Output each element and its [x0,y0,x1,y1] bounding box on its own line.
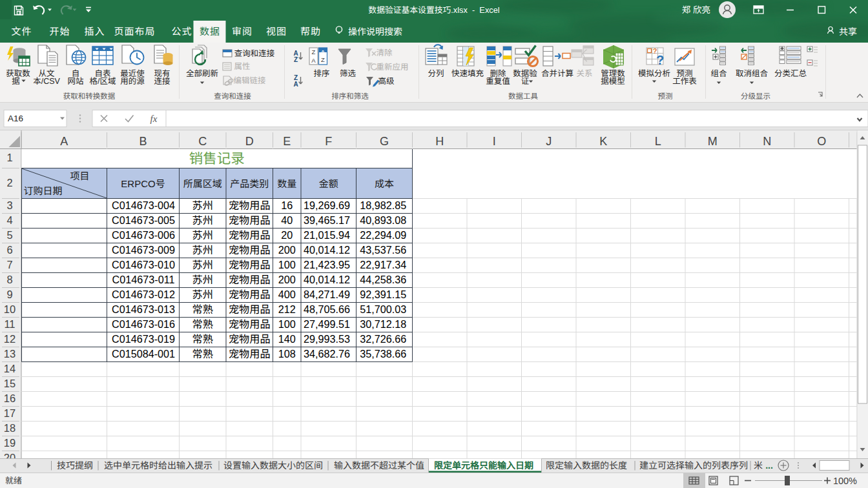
svg-text:组合: 组合 [710,69,727,78]
svg-text:数量: 数量 [277,178,296,189]
svg-text:就绪: 就绪 [5,476,22,485]
svg-text:米: 米 [754,460,763,471]
svg-text:苏州: 苏州 [192,244,213,256]
svg-text:视图: 视图 [266,26,287,37]
svg-text:分级显示: 分级显示 [741,92,770,100]
svg-text:30,712.18: 30,712.18 [360,318,406,330]
svg-text:查询和连接: 查询和连接 [214,92,251,100]
svg-text:20: 20 [281,229,293,241]
svg-text:6: 6 [6,244,12,256]
svg-text:编辑链接: 编辑链接 [233,76,266,85]
svg-text:17: 17 [4,407,16,419]
svg-text:分列: 分列 [428,69,444,78]
svg-text:据: 据 [12,77,20,86]
svg-text:13: 13 [4,348,16,360]
svg-text:关系: 关系 [576,69,592,78]
svg-text:C014673-011: C014673-011 [112,274,175,285]
svg-text:宠物用品: 宠物用品 [229,214,271,226]
svg-text:18: 18 [4,422,16,434]
svg-text:A: A [311,57,316,64]
svg-text:51,700.03: 51,700.03 [360,303,406,315]
svg-text:技巧提纲: 技巧提纲 [57,460,93,471]
svg-text:12: 12 [4,333,16,345]
svg-text:审阅: 审阅 [232,26,253,37]
svg-text:建立可选择输入的列表序列: 建立可选择输入的列表序列 [639,460,748,471]
svg-text:B: B [139,135,147,148]
svg-text:宠物用品: 宠物用品 [229,199,271,211]
svg-text:...: ... [765,460,773,471]
svg-text:C014673-013: C014673-013 [112,303,175,315]
svg-text:输入数据不超过某个值: 输入数据不超过某个值 [334,460,424,471]
svg-text:100: 100 [278,259,296,270]
svg-text:27,499.51: 27,499.51 [304,318,350,330]
svg-text:数据: 数据 [200,26,220,37]
svg-text:43,537.56: 43,537.56 [360,244,406,256]
svg-text:证: 证 [521,77,530,86]
svg-text:选中单元格时给出输入提示: 选中单元格时给出输入提示 [104,460,212,471]
svg-text:fx: fx [150,114,158,124]
svg-text:18,982.85: 18,982.85 [360,199,406,211]
svg-text:取消组合: 取消组合 [736,69,769,78]
svg-text:操作说明搜索: 操作说明搜索 [348,26,402,37]
svg-text:11: 11 [4,318,15,330]
svg-text:页面布局: 页面布局 [114,26,155,37]
svg-text:A16: A16 [8,114,23,123]
svg-text:连接: 连接 [154,77,170,86]
svg-text:10: 10 [4,303,16,315]
svg-text:格/区域: 格/区域 [90,77,116,86]
svg-text:40,014.12: 40,014.12 [304,244,350,256]
svg-text:重新应用: 重新应用 [376,63,408,72]
svg-text:产品类别: 产品类别 [230,178,269,189]
svg-text:C014673-006: C014673-006 [112,229,175,241]
svg-text:宠物用品: 宠物用品 [229,259,271,270]
svg-text:15: 15 [4,378,16,389]
svg-text:销售记录: 销售记录 [189,151,245,167]
svg-text:数据验证基本设置技巧.xlsx - Excel: 数据验证基本设置技巧.xlsx - Excel [368,5,499,15]
svg-text:高级: 高级 [378,77,395,86]
svg-text:清除: 清除 [376,48,393,57]
svg-text:苏州: 苏州 [192,199,213,211]
svg-text:宠物用品: 宠物用品 [229,289,271,300]
svg-text:F: F [325,135,332,148]
svg-text:108: 108 [278,348,296,360]
svg-text:C014673-004: C014673-004 [112,199,175,211]
svg-text:所属区域: 所属区域 [183,178,222,189]
svg-text:工作表: 工作表 [672,77,697,86]
svg-text:限定单元格只能输入日期: 限定单元格只能输入日期 [434,460,533,471]
svg-text:模拟分析: 模拟分析 [638,69,670,78]
svg-text:属性: 属性 [234,62,250,71]
svg-text:C014673-005: C014673-005 [112,214,175,226]
svg-text:订购日期: 订购日期 [23,185,62,196]
svg-text:100%: 100% [833,476,857,486]
svg-text:O: O [817,135,826,148]
svg-text:C: C [198,135,207,148]
svg-text:宠物用品: 宠物用品 [229,318,271,330]
svg-text:H: H [435,135,444,148]
svg-text:92,391.15: 92,391.15 [360,289,406,300]
svg-text:据模型: 据模型 [601,77,625,86]
svg-text:A: A [293,81,298,88]
svg-text:48,705.66: 48,705.66 [304,303,350,315]
svg-text:200: 200 [278,274,296,285]
svg-text:宠物用品: 宠物用品 [229,229,271,241]
svg-text:22,294.09: 22,294.09 [360,229,406,241]
svg-text:C014673-012: C014673-012 [112,289,175,300]
svg-text:C015084-001: C015084-001 [112,348,175,360]
svg-text:宠物用品: 宠物用品 [229,303,271,315]
svg-text:宠物用品: 宠物用品 [229,244,271,256]
svg-text:苏州: 苏州 [192,229,213,241]
svg-text:网站: 网站 [67,77,83,86]
svg-text:郑 欣亮: 郑 欣亮 [682,5,710,15]
svg-text:苏州: 苏州 [192,274,213,285]
svg-text:9: 9 [6,289,12,300]
svg-text:文件: 文件 [11,26,32,37]
svg-text:公式: 公式 [171,26,192,37]
svg-text:L: L [655,135,661,148]
svg-text:140: 140 [278,333,296,345]
svg-text:C014673-010: C014673-010 [112,259,175,270]
svg-text:16: 16 [4,392,16,404]
svg-text:2: 2 [6,177,12,188]
svg-text:C014673-019: C014673-019 [112,333,175,345]
svg-text:共享: 共享 [839,26,857,37]
svg-text:宠物用品: 宠物用品 [229,348,271,360]
